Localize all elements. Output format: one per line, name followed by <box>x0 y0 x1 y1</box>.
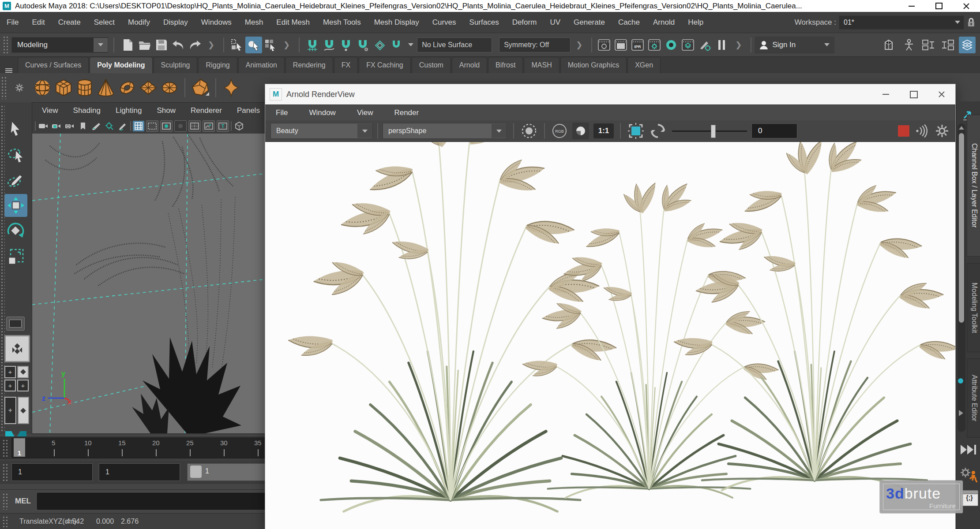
image-plane-button[interactable] <box>90 121 102 131</box>
shelf-tab-rigging[interactable]: Rigging <box>198 57 237 73</box>
script-editor-button[interactable]: {;} <box>961 490 978 506</box>
select-camera-button[interactable] <box>38 121 49 131</box>
menu-arnold[interactable]: Arnold <box>646 18 681 27</box>
anim-start-field[interactable]: 1 <box>11 463 93 481</box>
lock-camera-button[interactable] <box>51 121 62 131</box>
pan-zoom-button[interactable] <box>104 121 115 131</box>
select-tool-button[interactable] <box>4 117 27 140</box>
shelf-super-shape-button[interactable] <box>221 77 242 98</box>
menu-generate[interactable]: Generate <box>567 18 612 27</box>
go-to-end-button[interactable] <box>959 443 978 456</box>
menu-surfaces[interactable]: Surfaces <box>463 18 506 27</box>
layout-preset-button[interactable] <box>6 317 25 331</box>
region-crop-button[interactable] <box>627 122 645 140</box>
menu-edit-mesh[interactable]: Edit Mesh <box>270 18 316 27</box>
mel-label[interactable]: MEL <box>15 497 31 506</box>
stop-render-button[interactable] <box>898 125 909 137</box>
scroll-up-icon[interactable] <box>959 126 964 130</box>
timeline-playhead[interactable]: 1 <box>14 438 25 457</box>
render-setup-button[interactable] <box>680 37 696 53</box>
viewport-menu-show[interactable]: Show <box>157 106 176 115</box>
film-gate-button[interactable] <box>146 120 158 132</box>
pause-viewport-button[interactable] <box>713 37 730 53</box>
select-component-button[interactable] <box>262 37 279 53</box>
shelf-tab-xgen[interactable]: XGen <box>627 57 661 73</box>
redo-button[interactable] <box>187 37 203 53</box>
resolution-gate-button[interactable] <box>160 120 173 132</box>
background-toggle-button[interactable] <box>572 123 589 139</box>
menu-modify[interactable]: Modify <box>121 18 157 27</box>
menu-mesh-display[interactable]: Mesh Display <box>368 18 426 27</box>
menu-cache[interactable]: Cache <box>612 18 646 27</box>
arnold-menu-window[interactable]: Window <box>309 108 335 117</box>
shelf-tab-motion-graphics[interactable]: Motion Graphics <box>560 57 627 73</box>
render-current-frame-button[interactable] <box>612 37 629 53</box>
exposure-slider-handle[interactable] <box>711 125 716 138</box>
shelf-tab-custom[interactable]: Custom <box>412 57 451 73</box>
menu-mesh-tools[interactable]: Mesh Tools <box>316 18 368 27</box>
shelf-tab-bifrost[interactable]: Bifrost <box>488 57 523 73</box>
arnold-menu-file[interactable]: File <box>276 108 288 117</box>
ipr-render-button[interactable]: IPR <box>629 37 646 53</box>
scrollbar-thumb[interactable] <box>959 133 964 323</box>
arnold-titlebar[interactable]: M Arnold RenderView <box>265 84 955 104</box>
move-tool-button[interactable] <box>4 194 27 217</box>
menuset-dropdown[interactable]: Modeling <box>11 37 108 53</box>
arnold-minimize-button[interactable] <box>872 84 900 104</box>
viewport-menu-shading[interactable]: Shading <box>73 106 101 115</box>
workspace-dropdown[interactable]: 01* <box>839 15 964 30</box>
rotate-tool-button[interactable] <box>4 220 27 242</box>
scroll-down-icon[interactable] <box>959 410 963 416</box>
range-slider-handle[interactable] <box>190 466 202 478</box>
toolbar-grip[interactable] <box>3 36 9 54</box>
arnold-menu-render[interactable]: Render <box>394 108 419 117</box>
maximize-button[interactable] <box>925 0 953 12</box>
render-settings-button[interactable] <box>646 37 663 53</box>
shelf-tab-animation[interactable]: Animation <box>238 57 285 73</box>
shelf-tab-fx[interactable]: FX <box>334 57 358 73</box>
safe-action-button[interactable] <box>203 120 215 132</box>
start-render-button[interactable] <box>520 122 538 140</box>
shelf-tab-sculpting[interactable]: Sculpting <box>154 57 198 73</box>
gate-mask-button[interactable] <box>174 120 187 132</box>
live-surface-field[interactable]: No Live Surface <box>417 37 492 52</box>
field-chart-button[interactable] <box>188 120 201 132</box>
arnold-close-button[interactable] <box>927 84 955 104</box>
section-expand-arrow[interactable]: ❯ <box>735 40 742 50</box>
section-expand-arrow[interactable]: ❯ <box>283 40 290 50</box>
isolate-select-button[interactable] <box>233 121 245 131</box>
toggle-attribute-editor-button[interactable] <box>920 37 937 53</box>
shelf-tab-poly-modeling[interactable]: Poly Modeling <box>90 57 152 73</box>
snap-to-point-button[interactable] <box>338 37 354 53</box>
lasso-tool-button[interactable] <box>4 143 27 166</box>
minimize-button[interactable] <box>898 0 925 12</box>
camera-dropdown[interactable]: perspShape <box>383 123 507 139</box>
arnold-menu-view[interactable]: View <box>357 108 373 117</box>
viewport-menu-view[interactable]: View <box>42 106 58 115</box>
menu-create[interactable]: Create <box>52 18 87 27</box>
tab-attribute-editor[interactable]: Attribute Editor <box>967 358 980 438</box>
toggle-outliner-button[interactable] <box>881 37 898 53</box>
layout-two-pane-button[interactable]: + <box>4 397 29 424</box>
grid-toggle-button[interactable] <box>133 121 144 131</box>
menu-windows[interactable]: Windows <box>195 18 238 27</box>
open-scene-button[interactable] <box>136 37 153 53</box>
menu-curves[interactable]: Curves <box>426 18 463 27</box>
section-expand-arrow[interactable]: ❯ <box>576 40 582 50</box>
toggle-tool-settings-button[interactable] <box>939 37 956 53</box>
tab-modeling-toolkit[interactable]: Modeling Toolkit <box>967 263 980 352</box>
menu-deform[interactable]: Deform <box>506 18 544 27</box>
menu-edit[interactable]: Edit <box>25 18 51 27</box>
menu-help[interactable]: Help <box>681 18 710 27</box>
menu-select[interactable]: Select <box>87 18 121 27</box>
grease-pencil-button[interactable] <box>117 121 128 131</box>
look-dev-button[interactable] <box>696 37 713 53</box>
camera-attributes-button[interactable] <box>64 121 75 131</box>
viewport-menu-panels[interactable]: Panels <box>237 106 260 115</box>
shelf-poly-sphere-button[interactable] <box>32 77 53 98</box>
zoom-1-1-button[interactable]: 1:1 <box>593 123 614 138</box>
close-button[interactable] <box>953 0 980 12</box>
menu-mesh[interactable]: Mesh <box>238 18 270 27</box>
undo-button[interactable] <box>170 37 187 53</box>
save-scene-button[interactable] <box>153 37 170 53</box>
